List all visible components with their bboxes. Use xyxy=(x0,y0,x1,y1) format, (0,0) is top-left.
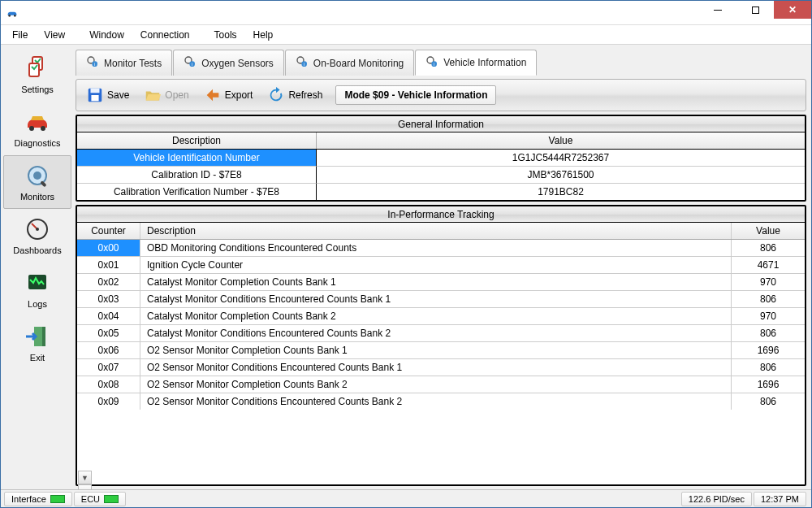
titlebar: ✕ xyxy=(1,1,811,25)
sidebar-item-label: Diagnostics xyxy=(15,138,61,148)
ipt-cell-counter: 0x09 xyxy=(77,393,140,410)
tab-icon: i xyxy=(425,55,443,71)
ipt-cell-description: O2 Sensor Monitor Conditions Encountered… xyxy=(140,393,732,410)
sidebar-item-label: Exit xyxy=(30,353,45,363)
ipt-header-counter[interactable]: Counter xyxy=(77,223,140,239)
ipt-cell-value: 4671 xyxy=(732,256,805,273)
tab-label: Oxygen Sensors xyxy=(201,58,274,69)
menu-file[interactable]: File xyxy=(4,27,36,43)
svg-point-1 xyxy=(14,15,16,17)
tab-label: Vehicle Information xyxy=(443,57,526,68)
open-label: Open xyxy=(165,89,188,101)
table-row[interactable]: 0x09O2 Sensor Monitor Conditions Encount… xyxy=(77,393,805,410)
export-icon xyxy=(204,86,222,104)
svg-rect-28 xyxy=(91,89,100,93)
gi-header-description[interactable]: Description xyxy=(77,132,317,149)
table-row[interactable]: 0x08O2 Sensor Monitor Completion Counts … xyxy=(77,376,805,393)
ipt-cell-counter: 0x08 xyxy=(77,376,140,393)
ipt-cell-value: 806 xyxy=(732,290,805,307)
ipt-cell-counter: 0x07 xyxy=(77,358,140,376)
ipt-cell-counter: 0x01 xyxy=(77,256,140,273)
scroll-up-button[interactable]: ▲ xyxy=(78,484,92,489)
open-button[interactable]: Open xyxy=(137,81,195,109)
tab-icon: i xyxy=(86,55,104,71)
menu-window[interactable]: Window xyxy=(81,27,132,43)
menu-view[interactable]: View xyxy=(36,27,73,43)
ipt-cell-value: 1696 xyxy=(732,376,805,393)
save-icon xyxy=(86,86,104,104)
ipt-cell-description: Catalyst Monitor Conditions Encountered … xyxy=(140,290,732,307)
table-row[interactable]: Vehicle Identification Number1G1JC5444R7… xyxy=(77,150,805,166)
menu-tools[interactable]: Tools xyxy=(206,27,245,43)
table-row[interactable]: 0x04Catalyst Monitor Completion Counts B… xyxy=(77,307,805,324)
table-row[interactable]: 0x05Catalyst Monitor Conditions Encounte… xyxy=(77,324,805,341)
sidebar-item-monitors[interactable]: Monitors xyxy=(3,155,71,209)
export-button[interactable]: Export xyxy=(197,81,260,109)
svg-point-4 xyxy=(29,126,34,131)
svg-text:i: i xyxy=(192,62,192,67)
table-row[interactable]: Calibration ID - $7E8JMB*36761500 xyxy=(77,166,805,183)
table-row[interactable]: 0x02Catalyst Monitor Completion Counts B… xyxy=(77,273,805,290)
sidebar-item-exit[interactable]: Exit xyxy=(3,316,71,370)
refresh-label: Refresh xyxy=(288,89,322,101)
ipt-cell-value: 806 xyxy=(732,240,805,256)
tab-label: On-Board Monitoring xyxy=(313,58,404,69)
table-row[interactable]: 0x03Catalyst Monitor Conditions Encounte… xyxy=(77,290,805,307)
svg-point-7 xyxy=(33,172,41,180)
in-performance-tracking-panel: In-Performance Tracking Counter Descript… xyxy=(76,205,806,486)
svg-point-0 xyxy=(8,15,11,17)
tab-on-board-monitoring[interactable]: iOn-Board Monitoring xyxy=(285,50,414,76)
sidebar-item-logs[interactable]: Logs xyxy=(3,263,71,316)
svg-text:i: i xyxy=(434,61,434,66)
tab-oxygen-sensors[interactable]: iOxygen Sensors xyxy=(173,50,284,76)
status-interface: Interface xyxy=(4,492,72,506)
tab-icon: i xyxy=(184,55,201,71)
gi-cell-description: Calibration ID - $7E8 xyxy=(77,166,317,183)
ipt-cell-value: 806 xyxy=(732,324,805,341)
status-clock: 12:37 PM xyxy=(754,492,806,506)
table-row[interactable]: 0x00OBD Monitoring Conditions Encountere… xyxy=(77,240,805,256)
ipt-title: In-Performance Tracking xyxy=(77,206,805,223)
save-button[interactable]: Save xyxy=(80,81,136,109)
scroll-down-button[interactable]: ▼ xyxy=(78,471,92,484)
status-ecu-led xyxy=(104,495,119,503)
refresh-icon xyxy=(267,86,285,104)
gi-header-value[interactable]: Value xyxy=(317,132,805,149)
ipt-cell-counter: 0x02 xyxy=(77,273,140,290)
ipt-cell-counter: 0x03 xyxy=(77,290,140,307)
open-icon xyxy=(144,86,162,104)
ipt-header-description[interactable]: Description xyxy=(140,223,732,239)
ipt-cell-description: Ignition Cycle Counter xyxy=(140,256,732,273)
tab-vehicle-information[interactable]: iVehicle Information xyxy=(415,50,537,76)
mode-indicator: Mode $09 - Vehicle Information xyxy=(335,85,496,105)
menu-connection[interactable]: Connection xyxy=(132,27,198,43)
general-info-title: General Information xyxy=(77,116,805,132)
window-close-button[interactable]: ✕ xyxy=(774,1,811,19)
general-info-header: Description Value xyxy=(77,132,805,150)
tab-monitor-tests[interactable]: iMonitor Tests xyxy=(76,50,172,76)
table-row[interactable]: 0x06O2 Sensor Monitor Completion Counts … xyxy=(77,341,805,358)
sidebar-item-label: Dashboards xyxy=(13,245,61,255)
app-icon xyxy=(6,7,19,20)
status-ecu: ECU xyxy=(74,492,126,506)
ipt-cell-description: OBD Monitoring Conditions Encountered Co… xyxy=(140,240,732,256)
svg-text:i: i xyxy=(304,62,304,67)
ipt-header-value[interactable]: Value xyxy=(732,223,805,239)
sidebar-item-diagnostics[interactable]: Diagnostics xyxy=(3,102,71,155)
ipt-cell-value: 1696 xyxy=(732,341,805,358)
window-minimize-button[interactable] xyxy=(699,1,736,19)
ipt-cell-description: Catalyst Monitor Completion Counts Bank … xyxy=(140,307,732,324)
export-label: Export xyxy=(225,89,253,101)
table-row[interactable]: 0x07O2 Sensor Monitor Conditions Encount… xyxy=(77,358,805,376)
menu-help[interactable]: Help xyxy=(245,27,282,43)
table-row[interactable]: 0x01Ignition Cycle Counter4671 xyxy=(77,256,805,273)
window-maximize-button[interactable] xyxy=(736,1,774,19)
sidebar-item-settings[interactable]: Settings xyxy=(3,48,71,102)
refresh-button[interactable]: Refresh xyxy=(261,81,329,109)
svg-rect-29 xyxy=(91,95,98,101)
ipt-cell-value: 806 xyxy=(732,393,805,410)
diagnostics-icon xyxy=(24,109,50,135)
sidebar-item-dashboards[interactable]: Dashboards xyxy=(3,209,71,263)
settings-icon xyxy=(24,55,50,81)
table-row[interactable]: Calibration Verification Number - $7E817… xyxy=(77,183,805,200)
